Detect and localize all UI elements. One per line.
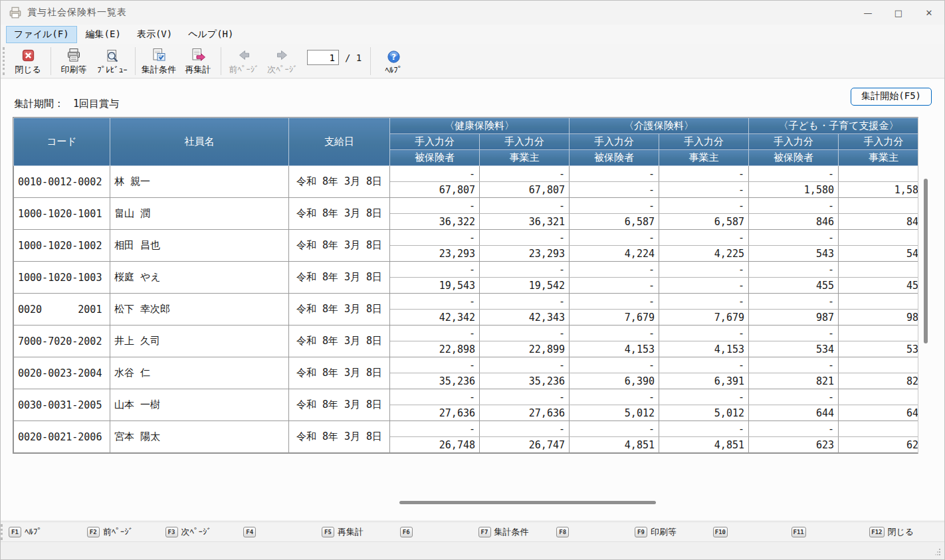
close-window-button[interactable]: ✕ [914,1,944,25]
cell-care-insured-adj: - [570,357,659,373]
cell-care-insured: 4,224 [570,246,659,262]
cell-child-employer: 534 [839,341,919,357]
help-button[interactable]: ? ﾍﾙﾌﾟ [374,45,413,77]
start-aggregation-button[interactable]: 集計開始(F5) [851,88,932,106]
cell-health-employer-adj: - [480,294,570,310]
report-area: 集計期間：1回目賞与 集計開始(F5) コード 社員名 支給日 〈健康保険料〉 … [1,79,944,520]
cell-health-insured-adj: - [390,294,480,310]
menu-help[interactable]: ヘルプ(H) [181,27,241,43]
function-key-slot[interactable]: F11 [788,522,867,541]
cell-child-insured: 543 [749,246,839,262]
cell-health-employer: 36,321 [480,214,570,230]
resize-grip-icon[interactable] [934,545,941,558]
cell-name: 林 親一 [110,166,289,198]
function-key-badge: F4 [243,527,256,537]
cell-child-insured: 534 [749,341,839,357]
function-key-badge: F8 [556,527,569,537]
cell-care-insured-adj: - [570,198,659,214]
cell-child-employer-adj: - [839,357,919,373]
cell-care-employer: 4,153 [659,341,749,357]
cell-name: 山本 一樹 [110,389,289,421]
cell-health-insured: 67,807 [390,182,480,198]
function-key-slot[interactable]: F7 集計条件 [475,522,554,541]
function-key-badge: F7 [478,527,491,537]
cell-care-employer: 5,012 [659,405,749,421]
cell-code: 7000-7020-2002 [14,326,110,357]
cell-care-employer-adj: - [659,198,749,214]
horizontal-scrollbar[interactable] [399,501,656,504]
print-button[interactable]: 印刷等 [54,45,93,77]
toolbar-grip[interactable] [3,47,7,75]
cell-care-insured: - [570,182,659,198]
cell-child-insured-adj: - [749,389,839,405]
cell-child-employer-adj: - [839,421,919,437]
table-row: 0020-0021-2006 宮本 陽太 令和 8年 3月 8日 - - - -… [14,421,919,437]
function-key-slot[interactable]: F5 再集計 [318,522,397,541]
cell-name: 水谷 仁 [110,357,289,389]
header-insured: 被保険者 [570,150,659,166]
cell-care-insured: 6,390 [570,373,659,389]
header-employer: 事業主 [480,150,570,166]
header-manual: 手入力分 [480,134,570,150]
function-key-badge: F9 [635,527,647,537]
period-label: 集計期間： [14,98,64,110]
cell-care-employer-adj: - [659,262,749,278]
cell-child-insured: 987 [749,310,839,326]
cell-child-employer-adj: - [839,198,919,214]
cell-child-employer: 455 [839,278,919,294]
cell-health-insured-adj: - [390,166,480,182]
function-key-slot[interactable]: F10 [710,522,788,541]
cell-name: 井上 久司 [110,326,289,357]
recalc-button[interactable]: 再集計 [179,45,217,77]
next-page-button[interactable]: 次ﾍﾟｰｼﾞ [263,45,302,77]
cell-care-insured-adj: - [570,389,659,405]
minimize-button[interactable]: — [853,1,883,25]
function-key-slot[interactable]: F9 印刷等 [631,522,710,541]
cell-health-insured: 35,236 [390,373,480,389]
prev-page-button[interactable]: 前ﾍﾟｰｼﾞ [225,45,263,77]
function-key-slot[interactable]: F4 [240,522,318,541]
menu-file[interactable]: ファイル(F) [6,26,77,43]
header-employer: 事業主 [839,150,919,166]
menu-edit[interactable]: 編集(E) [78,27,128,43]
function-key-slot[interactable]: F6 [397,522,475,541]
maximize-button[interactable]: □ [883,1,914,25]
cell-code: 0010-0012-0002 [14,166,110,198]
cell-child-employer-adj: - [839,389,919,405]
cell-child-insured: 644 [749,405,839,421]
close-button[interactable]: 閉じる [9,45,47,77]
cell-health-employer-adj: - [480,357,570,373]
function-key-badge: F12 [869,527,884,537]
cell-child-employer-adj: - [839,230,919,246]
cell-code: 0030-0031-2005 [14,389,110,421]
cell-care-employer: 6,587 [659,214,749,230]
cell-name: 松下 幸次郎 [110,294,289,326]
function-key-label: 印刷等 [651,526,677,538]
cell-health-insured: 27,636 [390,405,480,421]
page-number-input[interactable] [307,50,339,65]
preview-button[interactable]: ﾌﾟﾚﾋﾞｭｰ [93,45,132,77]
function-key-slot[interactable]: F8 [553,522,631,541]
vertical-scrollbar[interactable] [924,179,928,343]
table-row: 1000-1020-1001 畠山 潤 令和 8年 3月 8日 - - - - … [14,198,919,214]
cell-child-insured: 846 [749,214,839,230]
header-insured: 被保険者 [749,150,839,166]
conditions-button[interactable]: 集計条件 [139,45,179,77]
cell-care-insured-adj: - [570,421,659,437]
cell-care-employer-adj: - [659,166,749,182]
menu-view[interactable]: 表示(V) [130,27,179,43]
function-key-slot[interactable]: F2 前ﾍﾟｰｼﾞ [84,522,162,541]
cell-child-employer-adj: - [839,262,919,278]
function-key-label: 再集計 [338,526,364,538]
function-key-slot[interactable]: F12 閉じる [866,522,944,541]
app-icon [9,6,22,19]
function-key-slot[interactable]: F1 ﾍﾙﾌﾟ [5,522,84,541]
cell-code: 1000-1020-1001 [14,198,110,230]
function-key-badge: F3 [165,527,178,537]
function-key-slot[interactable]: F3 次ﾍﾟｰｼﾞ [162,522,241,541]
cell-care-employer: - [659,278,749,294]
function-key-badge: F1 [9,527,21,537]
toolbar-separator [135,47,136,75]
cell-health-employer-adj: - [480,198,570,214]
cell-care-insured: 6,587 [570,214,659,230]
